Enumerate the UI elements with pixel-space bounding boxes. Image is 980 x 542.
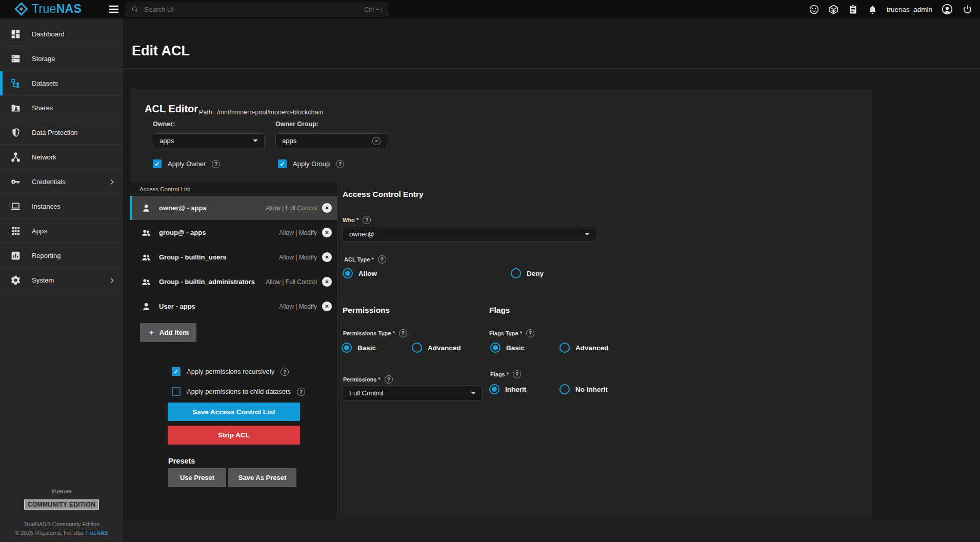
help-icon[interactable]: [281, 368, 289, 376]
truenas-link[interactable]: TrueNAS: [85, 530, 108, 536]
help-icon[interactable]: [399, 329, 407, 337]
checkbox-checked-icon: [172, 367, 181, 376]
alerts-bell-icon[interactable]: [867, 4, 878, 15]
checkbox-checked-icon: [278, 159, 287, 168]
chevron-down-icon: [585, 233, 590, 235]
acl-entry-row[interactable]: User - apps Allow | Modify: [130, 294, 337, 319]
apply-group-checkbox[interactable]: Apply Group: [278, 159, 344, 168]
sidebar-item-instances[interactable]: Instances: [0, 194, 123, 219]
feedback-smiley-icon[interactable]: [809, 4, 819, 15]
sidebar-nav: Dashboard Storage Datasets Shares Data P…: [0, 18, 123, 293]
help-icon[interactable]: [385, 375, 393, 384]
help-icon[interactable]: [378, 255, 386, 264]
divider: [123, 68, 980, 69]
delete-entry-icon[interactable]: [322, 228, 332, 237]
owner-select[interactable]: apps: [153, 133, 265, 148]
save-acl-button[interactable]: Save Access Control List: [168, 403, 300, 421]
owner-group-input[interactable]: apps: [275, 133, 387, 148]
radio-unselected-icon: [559, 384, 570, 394]
truenas-logo[interactable]: TrueNAS: [14, 2, 82, 16]
apps-grid-icon: [10, 226, 21, 236]
help-icon[interactable]: [513, 370, 521, 378]
main-content: Edit ACL ACL Editor Path:/mnt/monero-poo…: [123, 18, 980, 542]
jobs-clipboard-icon[interactable]: [848, 4, 858, 15]
chevron-right-icon: [108, 178, 116, 186]
permissions-select[interactable]: Full Control: [343, 385, 483, 400]
flags-no-inherit-radio[interactable]: No Inherit: [559, 384, 608, 394]
delete-entry-icon[interactable]: [322, 302, 332, 311]
permissions-type-basic-radio[interactable]: Basic: [342, 343, 376, 353]
copyright: © 2025 iXsystems, Inc. dba TrueNAS: [0, 530, 123, 536]
sidebar-item-label: Dashboard: [32, 30, 65, 38]
user-avatar-icon[interactable]: [941, 3, 953, 15]
people-icon: [141, 277, 151, 287]
power-icon[interactable]: [962, 4, 973, 15]
delete-entry-icon[interactable]: [322, 252, 332, 262]
sidebar-item-label: Reporting: [32, 252, 61, 259]
sidebar-item-system[interactable]: System: [0, 268, 123, 293]
sidebar-item-data-protection[interactable]: Data Protection: [0, 121, 123, 145]
flags-type-advanced-radio[interactable]: Advanced: [559, 343, 609, 353]
truenas-diamond-icon: [14, 2, 28, 16]
acl-entry-permission: Allow | Full Control: [266, 278, 317, 286]
search-box[interactable]: Ctrl + /: [126, 3, 388, 16]
sidebar-item-dashboard[interactable]: Dashboard: [0, 22, 123, 47]
permissions-type-label: Permissions Type *: [343, 329, 407, 337]
sidebar-item-apps[interactable]: Apps: [0, 219, 123, 244]
sidebar-item-label: Instances: [32, 203, 61, 210]
sidebar: Dashboard Storage Datasets Shares Data P…: [0, 18, 123, 542]
strip-acl-button[interactable]: Strip ACL: [168, 426, 300, 445]
apply-to-children-checkbox[interactable]: Apply permissions to child datasets: [172, 387, 305, 396]
sidebar-item-network[interactable]: Network: [0, 145, 123, 170]
bottom-bar: [123, 519, 980, 542]
chevron-down-icon: [253, 139, 258, 142]
acl-type-deny-radio[interactable]: Deny: [511, 268, 544, 278]
radio-selected-icon: [489, 384, 499, 394]
acl-entry-permission: Allow | Modify: [279, 229, 317, 236]
sidebar-item-label: System: [32, 276, 54, 284]
topbar-actions: truenas_admin: [809, 0, 973, 18]
clear-icon[interactable]: [372, 137, 381, 145]
menu-toggle-button[interactable]: [108, 3, 120, 15]
delete-entry-icon[interactable]: [322, 203, 332, 213]
radio-selected-icon: [490, 343, 501, 353]
help-icon[interactable]: [336, 160, 344, 168]
key-icon: [10, 176, 21, 187]
acl-type-allow-radio[interactable]: Allow: [343, 268, 377, 278]
apply-owner-checkbox[interactable]: Apply Owner: [153, 159, 220, 168]
network-icon: [10, 152, 21, 163]
add-item-button[interactable]: Add Item: [140, 323, 196, 342]
acl-editor-card: ACL Editor Path:/mnt/monero-pool/monero-…: [130, 89, 872, 519]
flags-type-basic-radio[interactable]: Basic: [490, 343, 525, 353]
datasets-tree-icon: [10, 78, 21, 89]
help-icon[interactable]: [526, 329, 534, 337]
sidebar-item-shares[interactable]: Shares: [0, 96, 123, 121]
flags-label: Flags *: [490, 370, 521, 378]
use-preset-button[interactable]: Use Preset: [168, 468, 226, 487]
sidebar-item-credentials[interactable]: Credentials: [0, 170, 123, 194]
person-icon: [141, 302, 151, 312]
flags-inherit-radio[interactable]: Inherit: [489, 384, 526, 394]
acl-entry-row[interactable]: owner@ - apps Allow | Full Control: [130, 196, 337, 220]
who-select[interactable]: owner@: [343, 227, 596, 242]
presets-heading: Presets: [168, 457, 195, 465]
help-icon[interactable]: [363, 216, 371, 224]
permissions-type-advanced-radio[interactable]: Advanced: [412, 343, 461, 353]
sidebar-item-storage[interactable]: Storage: [0, 47, 123, 71]
search-input[interactable]: [143, 5, 364, 14]
help-icon[interactable]: [212, 160, 220, 168]
sidebar-item-datasets[interactable]: Datasets: [0, 71, 123, 96]
sidebar-item-label: Apps: [32, 227, 47, 235]
acl-entry-row[interactable]: Group - builtin_users Allow | Modify: [130, 245, 337, 270]
apply-recursively-checkbox[interactable]: Apply permissions recursively: [172, 367, 289, 376]
topbar: TrueNAS Ctrl + / truenas_admi: [0, 0, 980, 18]
help-icon[interactable]: [297, 388, 305, 396]
save-as-preset-button[interactable]: Save As Preset: [228, 468, 296, 487]
acl-entry-row[interactable]: group@ - apps Allow | Modify: [130, 220, 337, 245]
acl-rows: owner@ - apps Allow | Full Control group…: [130, 196, 337, 319]
sidebar-item-reporting[interactable]: Reporting: [0, 244, 123, 268]
delete-entry-icon[interactable]: [322, 277, 332, 287]
flags-heading: Flags: [489, 306, 510, 315]
acl-entry-row[interactable]: Group - builtin_administrators Allow | F…: [130, 270, 337, 294]
truecommand-stack-icon[interactable]: [828, 4, 839, 15]
